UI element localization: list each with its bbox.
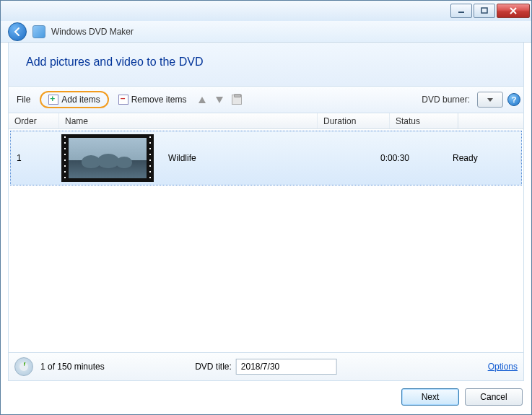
filmstrip-icon — [61, 134, 154, 182]
disc-usage-icon — [14, 357, 33, 376]
file-label: File — [17, 95, 30, 105]
remove-items-button[interactable]: Remove items — [113, 92, 192, 107]
back-arrow-icon — [12, 27, 22, 37]
file-menu[interactable]: File — [12, 92, 35, 107]
toolbar: File Add items Remove items DVD burner: … — [8, 87, 524, 113]
footer: Next Cancel — [1, 381, 531, 414]
cancel-button[interactable]: Cancel — [465, 388, 523, 406]
status-bar: 1 of 150 minutes DVD title: Options — [8, 353, 524, 381]
remove-items-label: Remove items — [131, 95, 187, 105]
clipboard-icon — [232, 95, 242, 105]
col-order[interactable]: Order — [9, 113, 59, 128]
titlebar — [1, 1, 531, 21]
help-button[interactable]: ? — [507, 93, 520, 106]
paste-button[interactable] — [230, 93, 243, 106]
dvd-title-input[interactable] — [236, 359, 337, 375]
col-name[interactable]: Name — [59, 113, 318, 128]
dvd-title-group: DVD title: — [195, 359, 337, 375]
window-controls — [449, 4, 530, 18]
maximize-icon — [481, 7, 488, 14]
remove-icon — [118, 95, 128, 105]
item-order: 1 — [11, 153, 61, 163]
add-icon — [48, 95, 58, 105]
item-duration: 0:00:30 — [380, 153, 453, 163]
maximize-button[interactable] — [474, 4, 495, 18]
col-status[interactable]: Status — [390, 113, 458, 128]
arrow-down-icon — [216, 97, 223, 103]
list-header: Order Name Duration Status — [9, 113, 523, 129]
page-heading: Add pictures and video to the DVD — [26, 56, 506, 69]
next-label: Next — [422, 392, 440, 402]
dvd-burner-select[interactable] — [477, 92, 503, 108]
item-thumbnail — [61, 134, 162, 182]
next-button[interactable]: Next — [401, 388, 459, 406]
col-duration[interactable]: Duration — [318, 113, 390, 128]
close-icon — [509, 7, 518, 14]
list-item[interactable]: 1 Wildlife 0:00:30 Ready — [10, 131, 522, 185]
move-up-button[interactable] — [196, 93, 209, 106]
back-button[interactable] — [8, 22, 27, 41]
dvd-burner-label: DVD burner: — [422, 95, 470, 105]
chevron-down-icon — [487, 98, 493, 102]
minimize-icon — [458, 7, 465, 14]
app-window: Windows DVD Maker Add pictures and video… — [0, 0, 532, 415]
item-list: Order Name Duration Status 1 Wildlife 0:… — [8, 113, 524, 353]
move-down-button[interactable] — [213, 93, 226, 106]
item-status: Ready — [453, 153, 521, 163]
svg-rect-0 — [458, 12, 464, 13]
minimize-button[interactable] — [450, 4, 472, 18]
arrow-up-icon — [199, 97, 206, 103]
close-button[interactable] — [497, 4, 530, 18]
navbar: Windows DVD Maker — [1, 21, 531, 43]
add-items-label: Add items — [61, 95, 100, 105]
svg-rect-1 — [481, 8, 487, 13]
col-tail — [458, 113, 523, 128]
help-icon: ? — [512, 95, 517, 104]
minutes-text: 1 of 150 minutes — [40, 362, 105, 372]
dvd-title-label: DVD title: — [195, 362, 232, 372]
app-title: Windows DVD Maker — [51, 27, 134, 37]
options-link[interactable]: Options — [488, 362, 518, 372]
add-items-button[interactable]: Add items — [40, 91, 108, 108]
cancel-label: Cancel — [480, 392, 507, 402]
app-icon — [32, 25, 45, 38]
item-name: Wildlife — [162, 153, 380, 163]
heading-block: Add pictures and video to the DVD — [8, 43, 524, 87]
content-area: Add pictures and video to the DVD File A… — [1, 43, 531, 381]
